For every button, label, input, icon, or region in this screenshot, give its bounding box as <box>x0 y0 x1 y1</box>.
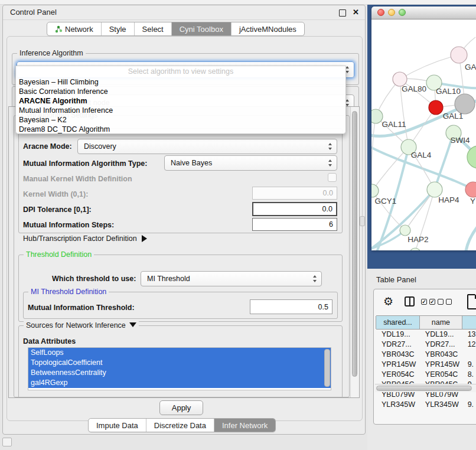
gear-icon[interactable]: ⚙ <box>383 295 393 308</box>
apply-button[interactable]: Apply <box>159 400 203 415</box>
list-scrollbar-thumb[interactable] <box>324 349 330 387</box>
close-icon[interactable]: ✕ <box>353 8 359 17</box>
table-cell: YPR145W <box>376 360 420 370</box>
table-cell: YBR043C <box>420 350 462 360</box>
table-cell: YLR345W <box>376 400 420 410</box>
algorithm-option[interactable]: Mutual Information Inference <box>16 106 345 115</box>
table-cell: 13 <box>462 330 476 340</box>
zoom-traffic-light-icon[interactable] <box>399 9 406 16</box>
table-row[interactable]: YLR345WYLR345W9. <box>376 400 476 410</box>
table-header-row: shared...name <box>376 315 476 330</box>
network-node-gal11[interactable] <box>371 109 383 123</box>
combo-spinner-icon <box>313 275 317 282</box>
deselect-all-columns-icon[interactable] <box>438 299 452 305</box>
table-cell: YPR145W <box>420 360 462 370</box>
network-node-label: Y <box>470 197 475 206</box>
new-table-icon[interactable] <box>467 294 476 309</box>
network-tab-icon <box>55 25 63 33</box>
mi-threshold-group-title: MI Threshold Definition <box>28 288 109 296</box>
tab-network[interactable]: Network <box>47 22 102 35</box>
kernel-width-field[interactable]: 0.0 <box>252 187 337 200</box>
mi-threshold-value: 0.5 <box>318 303 328 311</box>
network-node[interactable] <box>455 94 475 114</box>
sources-title-text: Sources for Network Inference <box>26 321 126 330</box>
which-threshold-value: MI Threshold <box>147 275 190 283</box>
data-attributes-list[interactable]: SelfLoopsTopologicalCoefficientBetweenne… <box>28 347 331 390</box>
unchecked-box-icon <box>438 299 444 305</box>
table-header-cell[interactable]: shared... <box>376 316 420 329</box>
data-attributes-label: Data Attributes <box>23 337 76 345</box>
attribute-item[interactable]: BetweennessCentrality <box>28 368 331 378</box>
panel-resize-grip[interactable] <box>360 216 365 226</box>
network-window-titlebar[interactable] <box>371 6 476 19</box>
minimize-traffic-light-icon[interactable] <box>388 9 395 16</box>
algorithm-option[interactable]: Basic Correlation Inference <box>16 87 345 96</box>
table-header-cell[interactable]: name <box>419 316 462 329</box>
table-cell: YDR27... <box>376 340 420 350</box>
tab-discretize-data[interactable]: Discretize Data <box>146 419 214 432</box>
attribute-item[interactable]: SelfLoops <box>28 348 331 358</box>
table-cell: YDL19... <box>420 330 462 340</box>
kernel-width-value: 0.0 <box>323 189 333 197</box>
aracne-mode-combo[interactable]: Discovery <box>77 139 337 154</box>
algorithm-option[interactable]: Dream8 DC_TDC Algorithm <box>16 125 345 134</box>
mi-threshold-field[interactable]: 0.5 <box>250 299 332 314</box>
network-node[interactable] <box>410 248 420 250</box>
algorithm-option[interactable]: ARACNE Algorithm <box>16 96 345 106</box>
table-cell: YDR27... <box>420 340 462 350</box>
settings-scrollbar-thumb[interactable] <box>352 111 357 377</box>
table-row[interactable]: YDL19...YDL19...13 <box>376 330 476 340</box>
mi-steps-field[interactable]: 6 <box>252 218 337 231</box>
dpi-tolerance-label: DPI Tolerance [0,1]: <box>23 206 92 214</box>
table-row[interactable]: YER054CYER054C8. <box>376 370 476 380</box>
algorithm-option[interactable]: Bayesian – Hill Climbing <box>16 77 345 87</box>
table-rows: YDL19...YDL19...13YDR27...YDR27...12YBR0… <box>376 330 476 410</box>
tab-cyni-toolbox[interactable]: Cyni Toolbox <box>172 22 232 35</box>
control-panel-tabbar: Network Style Select Cyni Toolbox jActiv… <box>47 22 305 36</box>
network-node-y[interactable] <box>465 182 476 197</box>
table-row[interactable]: YBR043CYBR043C <box>376 350 476 360</box>
table-hscrollbar-thumb[interactable] <box>376 386 472 391</box>
dpi-tolerance-field[interactable]: 0.0 <box>252 202 337 216</box>
combo-spinner-icon <box>345 66 350 73</box>
table-row[interactable]: YPR145WYPR145W9. <box>376 360 476 370</box>
network-canvas[interactable]: GALGAL80GAL10GAL1GAL11SWI4GAL4GCY1HAP4YH… <box>371 19 476 250</box>
hub-definition-expander[interactable]: Hub/Transcription Factor Definition <box>23 234 147 243</box>
table-hscrollbar[interactable] <box>375 384 476 392</box>
tab-impute-data[interactable]: Impute Data <box>89 419 146 432</box>
attribute-item[interactable]: TopologicalCoefficient <box>28 358 331 368</box>
table-cell: YDL19... <box>376 330 420 340</box>
network-node-gcy1[interactable] <box>371 184 379 197</box>
network-node-hap2[interactable] <box>400 225 410 236</box>
mi-type-combo[interactable]: Naive Bayes <box>164 155 337 171</box>
table-container: ⚙ ✓ ✓ shared...name YDL19...YDL19...13YD… <box>373 289 476 425</box>
mi-type-label: Mutual Information Algorithm Type: <box>23 159 147 168</box>
attribute-item[interactable]: gal4RGexp <box>28 378 331 388</box>
network-node-gal[interactable] <box>451 47 467 63</box>
which-threshold-combo[interactable]: MI Threshold <box>141 271 322 286</box>
tab-jactivemnodules[interactable]: jActiveMNodules <box>232 22 304 35</box>
tab-infer-network-label: Infer Network <box>222 421 268 430</box>
algorithm-option[interactable]: Bayesian – K2 <box>16 115 345 125</box>
tab-select-label: Select <box>142 25 164 34</box>
manual-kernel-checkbox[interactable] <box>328 173 337 182</box>
minimized-window-icon[interactable] <box>2 438 12 446</box>
aracne-mode-value: Discovery <box>84 142 116 151</box>
table-header-cell[interactable] <box>462 316 476 329</box>
collapse-arrow-icon[interactable] <box>129 322 136 327</box>
cyni-toolbox-pane: Inference Algorithm gal-filtered.sif def… <box>6 36 363 421</box>
column-layout-icon[interactable] <box>405 296 415 306</box>
table-toolbar: ⚙ ✓ ✓ <box>374 289 476 315</box>
tab-style[interactable]: Style <box>102 22 135 35</box>
close-traffic-light-icon[interactable] <box>377 9 384 16</box>
settings-scrollbar[interactable] <box>350 107 359 397</box>
network-node-gal1[interactable] <box>429 100 443 115</box>
tab-infer-network[interactable]: Infer Network <box>214 419 275 432</box>
table-row[interactable]: YDR27...YDR27...12 <box>376 340 476 350</box>
screen: Control Panel ✕ Network Style Select Cyn… <box>0 0 476 450</box>
float-window-icon[interactable] <box>339 9 346 17</box>
tab-select[interactable]: Select <box>135 22 172 35</box>
table-cell: YLR345W <box>420 400 462 410</box>
network-node-label: GAL11 <box>382 120 406 129</box>
select-all-columns-icon[interactable]: ✓ ✓ <box>421 299 435 305</box>
